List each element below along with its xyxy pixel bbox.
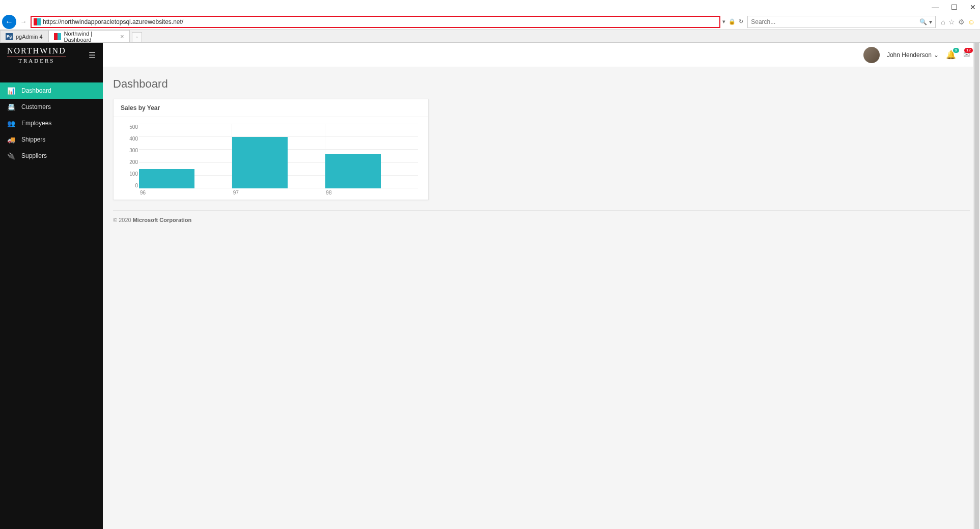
tab-label: Northwind | Dashboard [64, 31, 117, 43]
browser-icons: ⌂ ☆ ⚙ ☺ [938, 18, 978, 26]
logo-bottom: TRADERS [18, 57, 54, 64]
messages-icon[interactable]: ✉12 [963, 50, 970, 60]
tab-label: pgAdmin 4 [16, 34, 43, 40]
chart-bar[interactable] [325, 154, 381, 188]
app-root: NORTHWIND TRADERS ☰ 📊Dashboard📇Customers… [0, 43, 980, 529]
url-controls: ▾ 🔒 ↻ [722, 18, 745, 25]
y-tick: 200 [124, 159, 138, 165]
y-axis: 5004003002001000 [124, 124, 138, 188]
chart: 5004003002001000 969798 [114, 117, 428, 200]
logo: NORTHWIND TRADERS [7, 46, 66, 64]
sidebar-item-customers[interactable]: 📇Customers [0, 99, 103, 115]
sidebar-item-shippers[interactable]: 🚚Shippers [0, 131, 103, 148]
scrollbar-thumb[interactable] [974, 43, 979, 529]
y-tick: 100 [124, 171, 138, 177]
page-title: Dashboard [113, 77, 970, 91]
lock-icon[interactable]: 🔒 [729, 18, 736, 25]
address-bar[interactable] [31, 16, 720, 28]
notif-badge: 9 [953, 48, 959, 53]
forward-button[interactable]: → [18, 17, 29, 27]
back-button[interactable]: ← [2, 15, 16, 29]
customers-icon: 📇 [7, 103, 15, 111]
footer-prefix: © 2020 [113, 217, 133, 223]
x-tick: 97 [232, 190, 325, 196]
browser-search[interactable]: 🔍 ▾ [747, 16, 936, 28]
y-tick: 400 [124, 136, 138, 142]
home-icon[interactable]: ⌂ [941, 18, 945, 26]
footer-company: Microsoft Corporation [133, 217, 192, 223]
sidebar-item-label: Suppliers [21, 152, 47, 159]
chevron-down-icon: ⌄ [934, 51, 939, 59]
nav-list: 📊Dashboard📇Customers👥Employees🚚Shippers🔌… [0, 82, 103, 164]
sidebar-item-employees[interactable]: 👥Employees [0, 115, 103, 131]
x-axis: 969798 [139, 190, 418, 196]
maximize-button[interactable]: ☐ [951, 3, 958, 11]
favorites-icon[interactable]: ☆ [948, 18, 955, 26]
notifications-icon[interactable]: 🔔9 [946, 50, 956, 60]
bar-slot [139, 124, 232, 188]
x-tick: 98 [325, 190, 418, 196]
chart-bar[interactable] [139, 169, 194, 188]
northwind-favicon-icon [54, 33, 61, 40]
bar-slot [325, 124, 418, 188]
new-tab-button[interactable]: ▫ [132, 32, 142, 42]
x-tick: 96 [139, 190, 232, 196]
url-dropdown-icon[interactable]: ▾ [722, 18, 725, 25]
window-controls: — ☐ ✕ [0, 0, 980, 14]
footer: © 2020 Microsoft Corporation [113, 210, 970, 223]
tab-close-icon[interactable]: × [120, 33, 124, 40]
sidebar: NORTHWIND TRADERS ☰ 📊Dashboard📇Customers… [0, 43, 103, 529]
logo-top: NORTHWIND [7, 46, 66, 57]
avatar[interactable] [863, 47, 880, 63]
username-label: John Henderson [887, 51, 932, 59]
browser-tab-northwind[interactable]: Northwind | Dashboard × [48, 30, 130, 42]
minimize-button[interactable]: — [932, 3, 939, 11]
logo-area: NORTHWIND TRADERS ☰ [0, 43, 103, 67]
menu-toggle-icon[interactable]: ☰ [89, 50, 96, 60]
employees-icon: 👥 [7, 120, 15, 127]
user-menu[interactable]: John Henderson ⌄ [887, 51, 939, 59]
browser-tab-pgadmin[interactable]: Pg pgAdmin 4 [0, 30, 48, 42]
scrollbar[interactable] [973, 43, 980, 529]
chart-bar[interactable] [232, 137, 288, 188]
search-dropdown-icon[interactable]: ▾ [929, 18, 932, 25]
sidebar-item-label: Customers [21, 103, 51, 110]
chart-plot: 5004003002001000 969798 [139, 124, 418, 196]
refresh-button[interactable]: ↻ [739, 18, 743, 25]
topbar: John Henderson ⌄ 🔔9 ✉12 [103, 43, 980, 67]
close-button[interactable]: ✕ [970, 3, 976, 11]
tab-bar: Pg pgAdmin 4 Northwind | Dashboard × ▫ [0, 30, 980, 43]
sidebar-item-dashboard[interactable]: 📊Dashboard [0, 82, 103, 99]
site-favicon-icon [34, 18, 41, 25]
search-icon[interactable]: 🔍 [919, 18, 927, 25]
dashboard-icon: 📊 [7, 87, 15, 95]
y-tick: 300 [124, 148, 138, 153]
msg-badge: 12 [964, 48, 973, 53]
sidebar-item-label: Employees [21, 120, 51, 127]
chart-bars [139, 124, 418, 188]
feedback-icon[interactable]: ☺ [968, 18, 975, 26]
y-tick: 0 [124, 183, 138, 188]
main-area: John Henderson ⌄ 🔔9 ✉12 Dashboard Sales … [103, 43, 980, 529]
settings-icon[interactable]: ⚙ [958, 18, 965, 26]
card-title: Sales by Year [114, 99, 428, 117]
sidebar-item-suppliers[interactable]: 🔌Suppliers [0, 148, 103, 164]
search-input[interactable] [751, 18, 919, 25]
pgadmin-favicon-icon: Pg [6, 33, 13, 40]
shippers-icon: 🚚 [7, 136, 15, 144]
sidebar-item-label: Shippers [21, 136, 45, 143]
url-input[interactable] [43, 18, 717, 25]
bar-slot [232, 124, 325, 188]
suppliers-icon: 🔌 [7, 152, 15, 160]
chart-card: Sales by Year 5004003002001000 969798 [113, 99, 429, 200]
content: Dashboard Sales by Year 5004003002001000… [103, 67, 980, 233]
browser-nav-bar: ← → ▾ 🔒 ↻ 🔍 ▾ ⌂ ☆ ⚙ ☺ [0, 14, 980, 30]
y-tick: 500 [124, 124, 138, 130]
sidebar-item-label: Dashboard [21, 87, 51, 94]
